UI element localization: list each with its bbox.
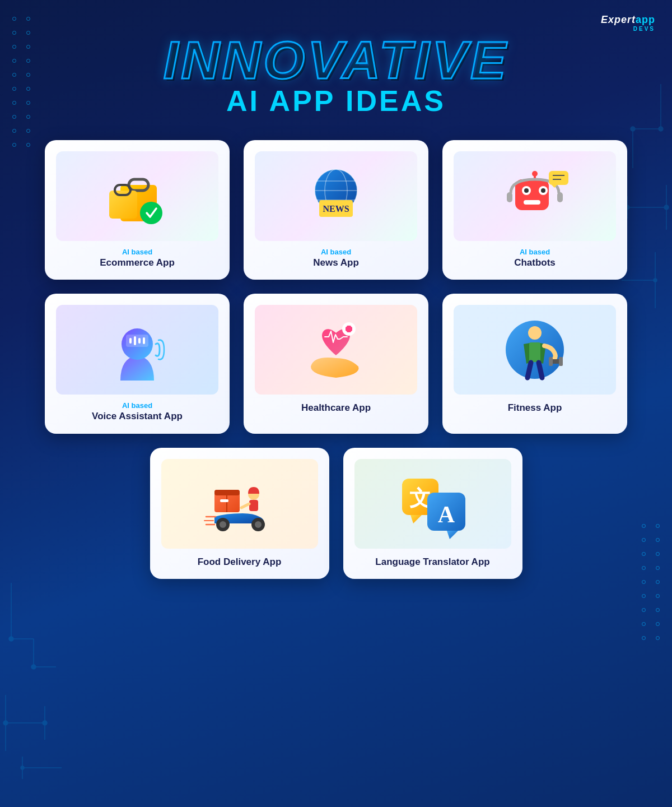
language-translator-icon: 文 A: [396, 467, 469, 540]
svg-marker-87: [447, 531, 458, 539]
title-innovative: INNOVATIVE: [45, 34, 627, 87]
card-ecommerce-label-small: AI based: [122, 248, 152, 256]
card-grid-row2: AI based Voice Assistant App: [45, 294, 627, 433]
card-chatbots-icon-area: [454, 151, 616, 241]
title-ai-app-ideas: AI APP IDEAS: [45, 84, 627, 118]
card-chatbots[interactable]: AI based Chatbots: [442, 140, 627, 280]
card-fitness-icon-area: [454, 305, 616, 395]
healthcare-icon: [300, 313, 372, 386]
card-ecommerce-label-main: Ecommerce App: [100, 257, 175, 268]
svg-rect-62: [346, 327, 352, 331]
card-grid-row1: AI based Ecommerce App: [45, 140, 627, 280]
svg-rect-74: [249, 500, 258, 511]
card-food-delivery-icon-area: [161, 459, 318, 549]
svg-text:A: A: [437, 502, 455, 527]
card-voice-assistant[interactable]: AI based Voice Assistant App: [45, 294, 230, 433]
svg-rect-72: [220, 499, 228, 502]
svg-point-64: [528, 326, 542, 340]
card-chatbots-label-main: Chatbots: [514, 257, 556, 268]
svg-text:NEWS: NEWS: [323, 204, 349, 214]
card-chatbots-label-small: AI based: [520, 248, 550, 256]
svg-rect-57: [134, 336, 136, 345]
card-voice-label-main: Voice Assistant App: [92, 411, 183, 422]
card-healthcare-icon-area: [255, 305, 417, 395]
svg-point-77: [220, 521, 226, 528]
card-ecommerce[interactable]: AI based Ecommerce App: [45, 140, 230, 280]
svg-point-43: [524, 188, 529, 193]
circuit-decoration-left: [0, 583, 67, 779]
card-translator-label-main: Language Translator App: [375, 556, 489, 568]
card-healthcare[interactable]: Healthcare App: [244, 294, 428, 433]
card-food-label-main: Food Delivery App: [198, 556, 282, 568]
svg-point-10: [43, 721, 47, 725]
svg-point-13: [21, 766, 24, 769]
header: INNOVATIVE AI APP IDEAS: [45, 22, 627, 118]
card-news-label-small: AI based: [321, 248, 351, 256]
svg-line-75: [241, 504, 249, 508]
svg-point-4: [9, 637, 13, 641]
svg-rect-49: [557, 192, 563, 202]
card-news[interactable]: NEWS AI based News App: [244, 140, 428, 280]
svg-rect-58: [138, 338, 141, 344]
card-fitness[interactable]: Fitness App: [442, 294, 627, 433]
voice-assistant-icon: [101, 313, 174, 386]
card-ecommerce-icon-area: [56, 151, 218, 241]
card-healthcare-label-main: Healthcare App: [301, 402, 371, 414]
svg-point-79: [255, 521, 262, 528]
svg-point-44: [541, 188, 545, 193]
svg-point-9: [3, 721, 8, 725]
ecommerce-icon: [101, 160, 174, 233]
card-voice-assistant-icon-area: [56, 305, 218, 395]
svg-rect-65: [529, 342, 540, 362]
card-voice-label-small: AI based: [122, 401, 152, 410]
svg-rect-48: [507, 192, 512, 202]
card-news-icon-area: NEWS: [255, 151, 417, 241]
card-grid-row3: Food Delivery App: [45, 448, 627, 579]
food-delivery-icon: [203, 467, 276, 540]
svg-rect-59: [143, 337, 145, 344]
main-container: INNOVATIVE AI APP IDEAS: [0, 0, 672, 601]
svg-point-5: [31, 665, 36, 669]
card-language-translator-icon-area: 文 A: [354, 459, 511, 549]
svg-rect-45: [524, 200, 540, 205]
card-news-label-main: News App: [313, 257, 359, 268]
fitness-icon: [498, 313, 571, 386]
svg-point-31: [140, 202, 162, 224]
news-icon: NEWS: [300, 160, 372, 233]
card-language-translator[interactable]: 文 A Language Translator App: [343, 448, 522, 579]
svg-rect-56: [129, 338, 132, 344]
svg-marker-84: [410, 515, 422, 523]
card-food-delivery[interactable]: Food Delivery App: [150, 448, 329, 579]
svg-rect-67: [549, 357, 553, 366]
chatbots-icon: [498, 160, 571, 233]
card-fitness-label-main: Fitness App: [508, 402, 562, 414]
svg-rect-68: [559, 357, 563, 366]
svg-rect-50: [549, 171, 568, 185]
